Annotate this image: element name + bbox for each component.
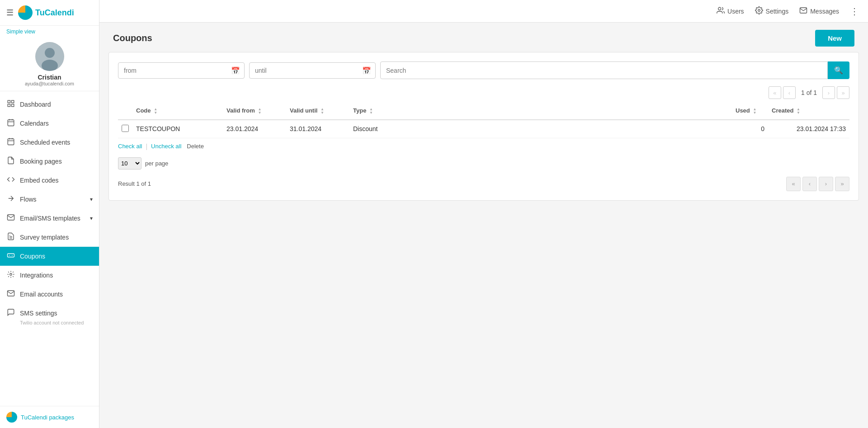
chevron-down-icon: ▾: [90, 215, 93, 221]
row-code: TESTCOUPON: [132, 120, 223, 138]
per-page-row: 10 25 50 100 per page: [118, 157, 849, 169]
th-code[interactable]: Code ▲▼: [132, 103, 223, 120]
packages-logo-icon: [6, 412, 17, 423]
sidebar-item-calendars[interactable]: Calendars: [0, 114, 99, 133]
avatar: [35, 42, 64, 71]
sidebar-item-coupons[interactable]: Coupons: [0, 247, 99, 266]
search-input[interactable]: [380, 61, 828, 79]
first-page-button[interactable]: «: [769, 86, 781, 99]
calendars-icon: [6, 118, 15, 128]
th-used[interactable]: Used ▲▼: [732, 103, 768, 120]
page-title: Coupons: [113, 33, 152, 43]
th-valid-until[interactable]: Valid until ▲▼: [286, 103, 349, 120]
email-accounts-icon: [6, 289, 15, 299]
topbar-users[interactable]: Users: [717, 6, 744, 16]
new-coupon-button[interactable]: New: [815, 30, 854, 47]
tucalendi-packages-link[interactable]: TuCalendi packages: [6, 412, 93, 423]
filter-row: 📅 📅 🔍: [118, 61, 849, 79]
hamburger-icon[interactable]: ☰: [6, 8, 14, 18]
flows-icon: [6, 194, 15, 204]
first-page-bottom-button[interactable]: «: [786, 177, 801, 191]
uncheck-all-link[interactable]: Uncheck all: [151, 143, 181, 150]
row-used: 0: [732, 120, 768, 138]
next-page-bottom-button[interactable]: ›: [819, 177, 833, 191]
svg-rect-17: [8, 254, 14, 257]
pagination-bottom: « ‹ › »: [786, 177, 849, 191]
row-checkbox-cell: [118, 120, 132, 138]
result-pagination: Result 1 of 1 « ‹ › »: [118, 177, 849, 191]
th-valid-from[interactable]: Valid from ▲▼: [223, 103, 286, 120]
row-valid-from: 23.01.2024: [223, 120, 286, 138]
messages-icon: [799, 6, 807, 16]
topbar: Users Settings Messages ⋮: [99, 0, 868, 23]
sidebar-item-booking-pages[interactable]: Booking pages: [0, 152, 99, 171]
content-area: Coupons New 📅 📅 🔍: [99, 23, 868, 428]
sidebar-item-email-sms-templates[interactable]: Email/SMS templates ▾: [0, 209, 99, 228]
th-type[interactable]: Type ▲▼: [349, 103, 404, 120]
last-page-bottom-button[interactable]: »: [835, 177, 849, 191]
embed-codes-icon: [6, 175, 15, 185]
sidebar-header: ☰ TuCalendi: [0, 0, 99, 26]
coupons-panel: 📅 📅 🔍 « ‹: [108, 52, 859, 201]
scheduled-events-icon: [6, 137, 15, 147]
topbar-messages[interactable]: Messages: [799, 6, 839, 16]
sidebar-item-label-dashboard: Dashboard: [20, 101, 51, 108]
booking-pages-icon: [6, 156, 15, 166]
row-created: 23.01.2024 17:33: [768, 120, 849, 138]
messages-label: Messages: [810, 8, 839, 15]
pagination-info: 1 of 1: [801, 89, 817, 96]
user-profile: Cristian ayuda@tucalendi.com: [0, 35, 99, 91]
sidebar-item-dashboard[interactable]: Dashboard: [0, 95, 99, 114]
batch-separator: |: [146, 143, 147, 150]
svg-rect-7: [8, 120, 14, 126]
th-spacer: [404, 103, 732, 120]
prev-page-bottom-button[interactable]: ‹: [802, 177, 817, 191]
coupon-tbody: TESTCOUPON 23.01.2024 31.01.2024 Discoun…: [118, 120, 849, 138]
settings-label: Settings: [766, 8, 789, 15]
sidebar-item-survey-templates[interactable]: Survey templates: [0, 228, 99, 247]
sidebar-item-label-email-sms-templates: Email/SMS templates: [20, 215, 80, 222]
th-created[interactable]: Created ▲▼: [768, 103, 849, 120]
prev-page-button[interactable]: ‹: [783, 86, 796, 99]
sidebar-item-label-calendars: Calendars: [20, 120, 49, 127]
sidebar-item-label-email-accounts: Email accounts: [20, 291, 63, 298]
topbar-settings[interactable]: Settings: [755, 6, 789, 16]
svg-rect-3: [8, 100, 10, 103]
logo-circle: [18, 5, 33, 20]
users-icon: [717, 6, 725, 16]
email-sms-templates-icon: [6, 213, 15, 223]
search-button[interactable]: 🔍: [828, 61, 849, 79]
per-page-select[interactable]: 10 25 50 100: [118, 157, 142, 169]
sidebar-item-label-scheduled-events: Scheduled events: [20, 139, 70, 146]
sidebar-item-label-booking-pages: Booking pages: [20, 158, 62, 165]
settings-icon: [755, 6, 763, 16]
sidebar-item-email-accounts[interactable]: Email accounts: [0, 285, 99, 304]
simple-view-label[interactable]: Simple view: [0, 26, 99, 35]
search-icon: 🔍: [834, 66, 843, 74]
sidebar-item-integrations[interactable]: Integrations: [0, 266, 99, 285]
sidebar-item-sms-settings[interactable]: SMS settings: [0, 304, 99, 323]
user-name: Cristian: [38, 74, 61, 81]
check-all-link[interactable]: Check all: [118, 143, 142, 150]
sidebar-item-label-integrations: Integrations: [20, 272, 53, 279]
row-type: Discount: [349, 120, 404, 138]
sidebar-item-embed-codes[interactable]: Embed codes: [0, 171, 99, 190]
dashboard-icon: [6, 99, 15, 109]
svg-rect-5: [8, 104, 10, 107]
until-date-input[interactable]: [249, 62, 376, 79]
svg-point-20: [758, 9, 760, 12]
row-checkbox[interactable]: [122, 125, 129, 132]
batch-actions: Check all | Uncheck all Delete: [118, 143, 849, 150]
sidebar-item-scheduled-events[interactable]: Scheduled events: [0, 133, 99, 152]
more-options-icon[interactable]: ⋮: [850, 6, 859, 17]
last-page-button[interactable]: »: [837, 86, 849, 99]
sidebar-item-flows[interactable]: Flows ▾: [0, 190, 99, 209]
from-date-wrap: 📅: [118, 62, 245, 79]
integrations-icon: [6, 270, 15, 280]
delete-button[interactable]: Delete: [187, 143, 204, 150]
from-date-input[interactable]: [118, 62, 245, 79]
result-text: Result 1 of 1: [118, 180, 151, 187]
logo-container[interactable]: TuCalendi: [18, 5, 74, 20]
next-page-button[interactable]: ›: [822, 86, 835, 99]
sidebar-item-label-embed-codes: Embed codes: [20, 177, 59, 184]
